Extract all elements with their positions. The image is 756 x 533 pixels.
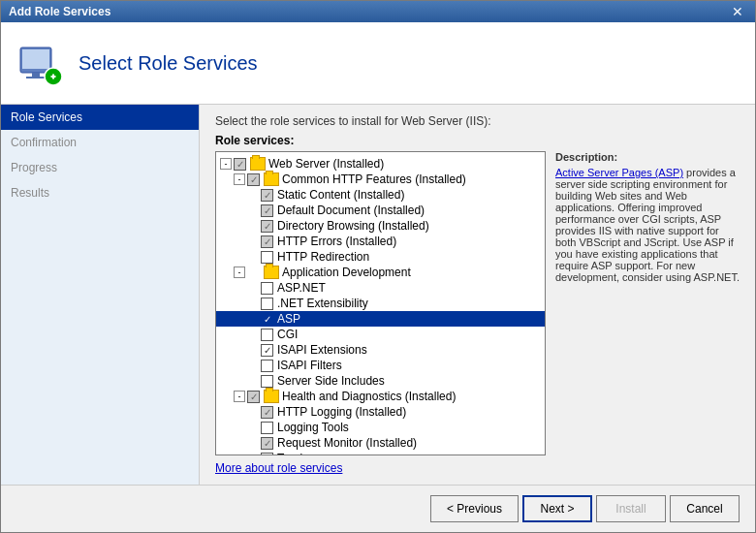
tree-row[interactable]: ✓ Directory Browsing (Installed) — [216, 218, 545, 234]
checkbox-aspnet[interactable] — [261, 282, 273, 295]
svg-rect-1 — [22, 49, 49, 69]
header-area: Select Role Services — [1, 22, 755, 105]
checkbox-isapiext[interactable]: ✓ — [261, 344, 273, 357]
checkbox-serversideincludes[interactable] — [261, 375, 273, 388]
item-commonhttp: Common HTTP Features (Installed) — [282, 172, 466, 186]
item-requestmonitor: Request Monitor (Installed) — [277, 436, 417, 450]
checkbox-asp[interactable]: ✓ — [261, 313, 273, 326]
item-webserver: Web Server (Installed) — [268, 157, 384, 171]
more-about-link[interactable]: More about role services — [215, 461, 740, 475]
description-panel: Description: Active Server Pages (ASP) p… — [555, 151, 740, 455]
item-httperrors: HTTP Errors (Installed) — [277, 235, 396, 248]
tree-row[interactable]: ✓ Default Document (Installed) — [216, 203, 545, 218]
tree-row[interactable]: ISAPI Filters — [216, 358, 545, 373]
tree-row[interactable]: - ✓ Common HTTP Features (Installed) — [216, 172, 545, 187]
item-tracing: Tracing — [277, 452, 316, 455]
sidebar: Role Services Confirmation Progress Resu… — [1, 105, 200, 485]
footer: < Previous Next > Install Cancel — [1, 485, 755, 532]
checkbox-loggingtools[interactable] — [261, 422, 273, 434]
item-asp: ASP — [277, 312, 300, 326]
role-services-label: Role services: — [215, 134, 740, 147]
item-serversideincludes: Server Side Includes — [277, 374, 385, 388]
close-button[interactable]: ✕ — [728, 4, 747, 19]
checkbox-httplogging[interactable]: ✓ — [261, 406, 273, 419]
header-title: Select Role Services — [79, 52, 258, 75]
content-area: Role Services Confirmation Progress Resu… — [1, 105, 755, 485]
tree-panel[interactable]: - ✓ Web Server (Installed) - ✓ Common HT… — [215, 151, 546, 455]
sidebar-item-results[interactable]: Results — [1, 180, 199, 205]
checkbox-httperrors[interactable]: ✓ — [261, 235, 273, 248]
item-defaultdoc: Default Document (Installed) — [277, 204, 425, 217]
sidebar-item-progress[interactable]: Progress — [1, 155, 199, 180]
checkbox-commonhttp[interactable]: ✓ — [247, 173, 260, 186]
item-staticcontent: Static Content (Installed) — [277, 188, 404, 202]
main-panel: Select the role services to install for … — [200, 105, 755, 485]
header-icon — [16, 40, 63, 86]
tree-row[interactable]: ✓ ISAPI Extensions — [216, 342, 545, 358]
instruction-text: Select the role services to install for … — [215, 114, 740, 128]
checkbox-health[interactable]: ✓ — [247, 391, 260, 403]
sidebar-item-confirmation[interactable]: Confirmation — [1, 130, 199, 155]
tree-row[interactable]: - ✓ Web Server (Installed) — [216, 156, 545, 172]
tree-row[interactable]: Logging Tools — [216, 420, 545, 435]
folder-icon — [264, 266, 279, 279]
install-button[interactable]: Install — [596, 495, 666, 522]
next-button[interactable]: Next > — [522, 495, 592, 522]
cancel-button[interactable]: Cancel — [670, 495, 740, 522]
title-bar: Add Role Services ✕ — [1, 1, 755, 22]
panel-container: - ✓ Web Server (Installed) - ✓ Common HT… — [215, 151, 740, 455]
tree-row[interactable]: ✓ Static Content (Installed) — [216, 187, 545, 203]
tree-row[interactable]: ASP.NET — [216, 280, 545, 296]
window-title: Add Role Services — [9, 5, 110, 18]
description-body: Active Server Pages (ASP) provides a ser… — [555, 167, 740, 283]
item-health: Health and Diagnostics (Installed) — [282, 390, 456, 403]
item-aspnet: ASP.NET — [277, 281, 326, 295]
tree-row[interactable]: ✓ HTTP Errors (Installed) — [216, 234, 545, 249]
folder-icon — [264, 390, 279, 403]
item-dotnetextensibility: .NET Extensibility — [277, 297, 368, 310]
checkbox-httpredirection[interactable] — [261, 251, 273, 264]
checkbox-defaultdoc[interactable]: ✓ — [261, 204, 273, 217]
checkbox-webserver[interactable]: ✓ — [234, 158, 246, 171]
tree-row[interactable]: - Application Development — [216, 265, 545, 280]
expand-appdev[interactable]: - — [234, 266, 245, 278]
checkbox-dotnetextensibility[interactable] — [261, 298, 273, 310]
item-cgi: CGI — [277, 328, 298, 341]
checkbox-isapifilters[interactable] — [261, 360, 273, 372]
expand-health[interactable]: - — [234, 391, 245, 402]
svg-rect-3 — [26, 77, 46, 78]
checkbox-tracing[interactable] — [261, 453, 273, 456]
item-isapifilters: ISAPI Filters — [277, 359, 342, 372]
item-httpredirection: HTTP Redirection — [277, 250, 369, 264]
tree-row[interactable]: Tracing — [216, 451, 545, 455]
checkbox-dirbrowsing[interactable]: ✓ — [261, 220, 273, 233]
svg-rect-6 — [52, 75, 54, 79]
expand-commonhttp[interactable]: - — [234, 173, 245, 185]
expand-webserver[interactable]: - — [220, 158, 232, 170]
tree-row[interactable]: - ✓ Health and Diagnostics (Installed) — [216, 389, 545, 404]
item-dirbrowsing: Directory Browsing (Installed) — [277, 219, 429, 233]
folder-icon — [264, 172, 279, 186]
tree-row[interactable]: ✓ Request Monitor (Installed) — [216, 435, 545, 451]
tree-row-asp-selected[interactable]: ✓ ASP — [216, 311, 545, 327]
previous-button[interactable]: < Previous — [430, 495, 519, 522]
add-role-services-window: Add Role Services ✕ Select Role Services… — [0, 0, 756, 533]
item-httplogging: HTTP Logging (Installed) — [277, 405, 406, 419]
item-loggingtools: Logging Tools — [277, 421, 349, 434]
description-text: provides a server side scripting environ… — [555, 167, 740, 283]
description-link[interactable]: Active Server Pages (ASP) — [555, 167, 683, 178]
item-appdev: Application Development — [282, 266, 411, 279]
tree-row[interactable]: ✓ HTTP Logging (Installed) — [216, 404, 545, 420]
svg-rect-2 — [32, 73, 40, 77]
item-isapiext: ISAPI Extensions — [277, 343, 367, 357]
description-title: Description: — [555, 151, 740, 163]
checkbox-requestmonitor[interactable]: ✓ — [261, 437, 273, 450]
checkbox-cgi[interactable] — [261, 329, 273, 341]
tree-row[interactable]: CGI — [216, 327, 545, 342]
checkbox-staticcontent[interactable]: ✓ — [261, 189, 273, 202]
folder-icon — [250, 157, 266, 171]
tree-row[interactable]: HTTP Redirection — [216, 249, 545, 265]
sidebar-item-role-services[interactable]: Role Services — [1, 105, 199, 130]
tree-row[interactable]: .NET Extensibility — [216, 296, 545, 311]
tree-row[interactable]: Server Side Includes — [216, 373, 545, 389]
